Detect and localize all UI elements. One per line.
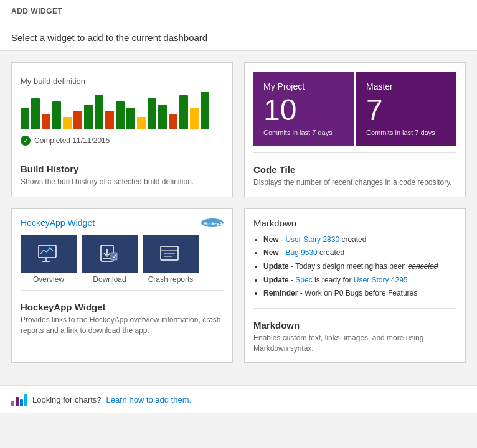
item5-text: - Work on P0 Bugs before Features — [300, 289, 418, 297]
overview-svg-icon — [36, 243, 61, 264]
code-tile-widget[interactable]: My Project 10 Commits in last 7 days Mas… — [244, 62, 466, 197]
hockey-header: HockeyApp Widget HockeyApp — [21, 218, 224, 228]
chart-bar — [201, 92, 209, 129]
bar-chart — [21, 92, 224, 129]
tile2-title: Master — [366, 82, 446, 91]
item3-special: canceled — [408, 262, 438, 271]
chart-bar — [105, 111, 114, 129]
item1-link[interactable]: User Story 2830 — [285, 235, 339, 244]
code-tile-desc: Displays the number of recent changes in… — [253, 177, 456, 188]
hockey-overview-item[interactable]: Overview — [21, 235, 77, 284]
item2-prefix: New — [263, 248, 279, 257]
chart-bar — [158, 105, 167, 129]
subtitle-bar: Select a widget to add to the current da… — [0, 22, 477, 51]
hockey-icons-row: Overview Download — [21, 235, 224, 284]
chart-bar — [95, 95, 103, 129]
markdown-widget[interactable]: Markdown New - User Story 2830 created N… — [244, 208, 466, 363]
hockey-crash-label: Crash reports — [148, 275, 194, 284]
svg-rect-9 — [161, 246, 178, 260]
item4-prefix: Update — [263, 276, 289, 284]
hockey-download-item[interactable]: Download — [82, 235, 138, 284]
item1-prefix: New — [263, 235, 279, 244]
chart-bar — [116, 101, 125, 129]
footer-bar3 — [20, 399, 23, 406]
hockey-download-label: Download — [93, 275, 126, 284]
item3-text: - Today's design meeting has been — [291, 262, 408, 271]
markdown-label: Markdown — [253, 320, 456, 330]
chart-bar — [63, 117, 72, 129]
chart-bar — [190, 108, 199, 129]
code-tile-label: Code Tile — [253, 164, 456, 175]
list-item: Update - Spec is ready for User Story 42… — [263, 274, 456, 287]
main-content: My build definition ✓ Completed 11/11/20… — [0, 51, 477, 385]
hockey-logo: HockeyApp — [201, 218, 224, 228]
hockey-logo-icon: HockeyApp — [201, 218, 224, 228]
chart-bar — [179, 95, 188, 129]
hockey-overview-label: Overview — [33, 275, 64, 284]
chart-bar — [52, 101, 61, 129]
chart-bar — [84, 105, 93, 129]
list-item: Update - Today's design meeting has been… — [263, 260, 456, 274]
svg-rect-8 — [111, 253, 117, 260]
header-bar: ADD WIDGET — [0, 0, 477, 22]
build-chart-area: My build definition ✓ Completed 11/11/20… — [21, 72, 224, 152]
chart-icon — [11, 393, 27, 406]
code-tiles-area: My Project 10 Commits in last 7 days Mas… — [253, 72, 456, 146]
item4-link2[interactable]: User Story 4295 — [354, 276, 408, 284]
footer-bar: Looking for charts? Learn how to add the… — [0, 385, 477, 413]
subtitle-text: Select a widget to add to the current da… — [11, 32, 207, 43]
tile2-subtitle: Commits in last 7 days — [366, 129, 446, 136]
item1-suffix: created — [341, 235, 366, 244]
markdown-card-title: Markdown — [253, 218, 456, 228]
chart-bar — [21, 108, 29, 129]
hockey-download-icon — [82, 235, 138, 273]
item4-middle: is ready for — [314, 276, 354, 284]
markdown-desc: Enables custom text, links, images, and … — [253, 333, 456, 354]
page-title: ADD WIDGET — [11, 7, 62, 16]
hockey-crash-item[interactable]: Crash reports — [143, 235, 199, 284]
chart-bar — [126, 108, 135, 129]
tile1-title: My Project — [263, 82, 344, 91]
chart-bar — [137, 117, 146, 129]
code-tile-1: My Project 10 Commits in last 7 days — [253, 72, 354, 146]
chart-bar — [169, 114, 177, 129]
footer-bar1 — [11, 401, 14, 406]
code-tile-2: Master 7 Commits in last 7 days — [356, 72, 456, 146]
svg-text:HockeyApp: HockeyApp — [204, 222, 224, 226]
hockey-card-title: HockeyApp Widget — [21, 218, 95, 228]
build-chart-title: My build definition — [21, 77, 224, 86]
footer-text: Looking for charts? — [32, 395, 102, 404]
tile1-subtitle: Commits in last 7 days — [263, 129, 344, 136]
item5-prefix: Reminder — [263, 289, 298, 297]
build-history-label: Build History — [21, 164, 224, 174]
footer-link[interactable]: Learn how to add them. — [106, 395, 192, 404]
footer-bar4 — [24, 394, 27, 406]
item4-link1[interactable]: Spec — [295, 276, 312, 284]
chart-bar — [148, 98, 156, 129]
list-item: Reminder - Work on P0 Bugs before Featur… — [263, 287, 456, 301]
chart-bar — [42, 114, 50, 129]
completed-text: Completed 11/11/2015 — [34, 136, 110, 145]
download-svg-icon — [97, 243, 122, 264]
chart-bar — [31, 98, 40, 129]
item2-suffix: created — [319, 248, 344, 257]
crash-svg-icon — [158, 243, 183, 264]
hockey-app-widget[interactable]: HockeyApp Widget HockeyApp — [11, 208, 233, 363]
item2-link[interactable]: Bug 9530 — [285, 248, 317, 257]
hockey-app-label: HockeyApp Widget — [21, 302, 224, 312]
chart-bar — [73, 111, 82, 129]
hockey-crash-icon — [143, 235, 199, 273]
build-history-widget[interactable]: My build definition ✓ Completed 11/11/20… — [11, 62, 233, 197]
check-icon: ✓ — [21, 136, 31, 146]
list-item: New - Bug 9530 created — [263, 246, 456, 260]
widget-grid: My build definition ✓ Completed 11/11/20… — [11, 62, 466, 363]
completed-row: ✓ Completed 11/11/2015 — [21, 136, 224, 146]
tile2-number: 7 — [366, 95, 446, 125]
markdown-list: New - User Story 2830 created New - Bug … — [253, 233, 456, 301]
hockey-overview-icon — [21, 235, 77, 273]
hockey-app-desc: Provides links to the HockeyApp overview… — [21, 315, 224, 336]
tile1-number: 10 — [263, 95, 344, 125]
build-history-desc: Shows the build history of a selected bu… — [21, 177, 224, 187]
list-item: New - User Story 2830 created — [263, 233, 456, 247]
footer-bar2 — [16, 397, 19, 406]
